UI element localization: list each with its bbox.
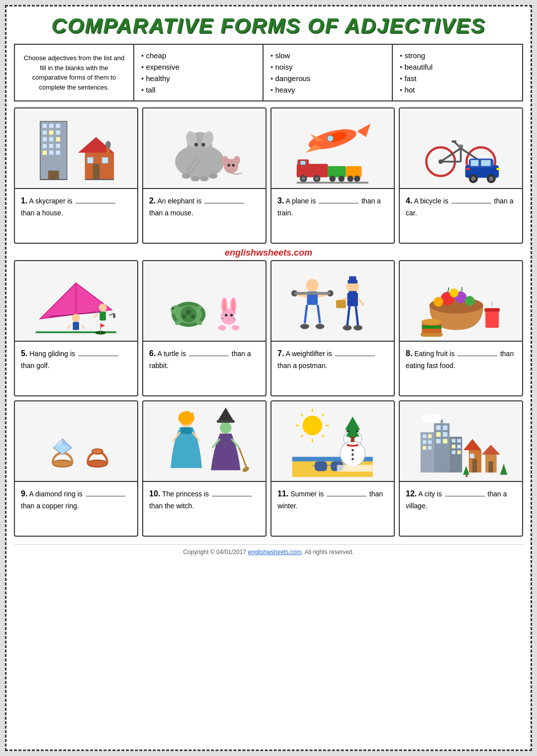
blank-10[interactable] bbox=[212, 496, 252, 496]
word-item: heavy bbox=[270, 84, 385, 95]
exercise-image-5 bbox=[15, 261, 137, 341]
svg-point-171 bbox=[179, 411, 194, 425]
svg-rect-228 bbox=[457, 439, 461, 443]
blank-4[interactable] bbox=[451, 203, 491, 203]
svg-rect-81 bbox=[497, 168, 500, 171]
svg-marker-209 bbox=[345, 417, 360, 430]
svg-point-234 bbox=[430, 414, 443, 422]
svg-point-24 bbox=[105, 141, 111, 148]
image-row-3: 9. A diamond ring is than a copper ring. bbox=[14, 400, 523, 537]
svg-line-92 bbox=[94, 314, 97, 318]
svg-rect-14 bbox=[49, 151, 54, 155]
svg-point-134 bbox=[316, 324, 325, 329]
word-group-2: slow noisy dangerous heavy bbox=[264, 45, 393, 100]
blank-3[interactable] bbox=[319, 203, 358, 203]
svg-point-205 bbox=[352, 454, 354, 456]
svg-point-59 bbox=[348, 176, 354, 182]
blank-11[interactable] bbox=[327, 496, 366, 496]
svg-point-121 bbox=[234, 314, 240, 319]
svg-rect-177 bbox=[217, 420, 235, 423]
svg-rect-154 bbox=[485, 308, 500, 311]
svg-rect-153 bbox=[485, 310, 499, 328]
svg-point-106 bbox=[172, 308, 174, 310]
svg-point-175 bbox=[220, 422, 231, 433]
svg-line-188 bbox=[322, 435, 324, 437]
svg-point-116 bbox=[225, 314, 227, 316]
blank-5[interactable] bbox=[78, 356, 118, 356]
exercise-text-3: 3. A plane is than a train. bbox=[271, 188, 394, 243]
svg-rect-82 bbox=[466, 168, 470, 171]
exercise-image-11 bbox=[271, 401, 394, 481]
svg-line-88 bbox=[67, 325, 71, 329]
exercise-card-2: 2. An elephant is than a mouse. bbox=[142, 107, 267, 244]
svg-point-114 bbox=[223, 299, 226, 311]
word-item: cheap bbox=[141, 50, 256, 61]
exercise-image-8 bbox=[400, 261, 522, 341]
word-item: healthy bbox=[141, 73, 256, 84]
blank-6[interactable] bbox=[189, 356, 229, 356]
svg-point-78 bbox=[471, 177, 476, 181]
svg-point-115 bbox=[232, 299, 235, 311]
svg-rect-241 bbox=[489, 462, 493, 473]
image-row-1: 1. A skycraper is than a house. bbox=[14, 107, 523, 244]
svg-rect-21 bbox=[87, 157, 93, 164]
svg-point-160 bbox=[422, 319, 442, 325]
exercise-image-6 bbox=[143, 261, 266, 341]
blank-2[interactable] bbox=[204, 203, 244, 203]
svg-marker-245 bbox=[500, 464, 507, 475]
svg-point-60 bbox=[354, 176, 360, 182]
svg-point-47 bbox=[327, 135, 334, 142]
svg-rect-13 bbox=[42, 151, 47, 155]
svg-rect-16 bbox=[48, 171, 59, 180]
svg-rect-207 bbox=[337, 465, 373, 472]
svg-point-104 bbox=[191, 314, 195, 319]
image-row-2: 5. Hang gliding is than golf. bbox=[14, 260, 523, 396]
svg-point-120 bbox=[232, 325, 240, 331]
svg-point-80 bbox=[489, 177, 494, 181]
exercise-text-2: 2. An elephant is than a mouse. bbox=[143, 188, 266, 243]
svg-point-146 bbox=[354, 325, 362, 331]
exercise-image-1 bbox=[15, 108, 137, 188]
svg-rect-15 bbox=[56, 151, 60, 155]
exercise-number-9: 9. bbox=[21, 489, 27, 498]
svg-point-86 bbox=[72, 314, 80, 322]
svg-point-151 bbox=[465, 296, 475, 306]
exercise-card-10: 10. The princess is than the witch. bbox=[142, 400, 267, 537]
blank-9[interactable] bbox=[86, 496, 125, 496]
instructions-cell: Choose adjectives from the list and fill… bbox=[15, 45, 134, 100]
blank-8[interactable] bbox=[457, 356, 497, 356]
svg-rect-6 bbox=[56, 130, 60, 135]
svg-line-143 bbox=[348, 306, 350, 326]
exercise-number-12: 12. bbox=[406, 489, 417, 498]
blank-7[interactable] bbox=[335, 356, 375, 356]
svg-rect-237 bbox=[472, 459, 477, 472]
svg-rect-222 bbox=[443, 432, 448, 437]
svg-rect-221 bbox=[436, 432, 441, 437]
svg-point-182 bbox=[303, 416, 323, 436]
svg-point-57 bbox=[330, 176, 336, 182]
svg-point-133 bbox=[300, 324, 309, 329]
exercise-text-1: 1. A skycraper is than a house. bbox=[15, 188, 137, 243]
svg-rect-232 bbox=[457, 451, 461, 454]
svg-point-30 bbox=[194, 143, 198, 146]
exercise-card-6: 6. A turtle is than a rabbit. bbox=[142, 260, 267, 396]
blank-1[interactable] bbox=[76, 203, 115, 203]
watermark: englishwsheets.com bbox=[14, 248, 523, 258]
svg-rect-238 bbox=[470, 454, 474, 458]
word-item: hot bbox=[400, 84, 515, 95]
svg-point-40 bbox=[232, 164, 235, 167]
footer-link[interactable]: englishwsheets.com bbox=[248, 549, 301, 556]
svg-line-144 bbox=[356, 306, 358, 326]
svg-rect-211 bbox=[421, 432, 434, 472]
svg-point-165 bbox=[88, 460, 107, 467]
blank-12[interactable] bbox=[445, 496, 485, 496]
svg-rect-220 bbox=[443, 426, 448, 430]
svg-line-180 bbox=[239, 448, 247, 469]
svg-rect-55 bbox=[328, 166, 346, 178]
word-item: slow bbox=[270, 50, 385, 61]
exercise-card-7: 7. A weightlifter is than a postman. bbox=[270, 260, 395, 396]
exercise-image-3 bbox=[271, 108, 394, 188]
svg-rect-224 bbox=[443, 439, 448, 444]
svg-point-58 bbox=[339, 176, 345, 182]
svg-point-119 bbox=[218, 325, 226, 331]
